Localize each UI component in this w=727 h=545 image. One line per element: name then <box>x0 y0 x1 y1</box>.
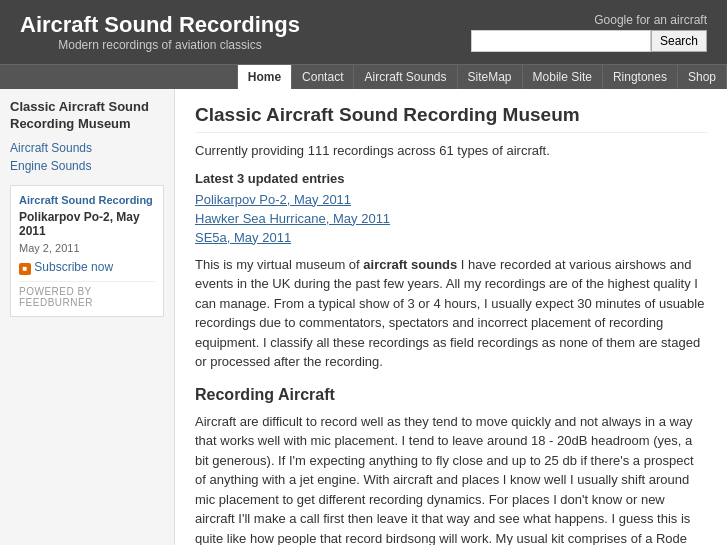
intro-text: Currently providing 111 recordings acros… <box>195 141 707 161</box>
widget-post-title: Polikarpov Po-2, May 2011 <box>19 210 155 238</box>
nav-item-shop[interactable]: Shop <box>678 65 727 89</box>
search-label: Google for an aircraft <box>594 13 707 27</box>
nav-item-aircraft-sounds[interactable]: Aircraft Sounds <box>354 65 457 89</box>
header-branding: Aircraft Sound Recordings Modern recordi… <box>20 12 300 52</box>
site-subtitle: Modern recordings of aviation classics <box>20 38 300 52</box>
page-title: Classic Aircraft Sound Recording Museum <box>195 104 707 133</box>
recording-aircraft-body: Aircraft are difficult to record well as… <box>195 412 707 546</box>
entry-link-2[interactable]: Hawker Sea Hurricane, May 2011 <box>195 211 707 226</box>
latest-heading: Latest 3 updated entries <box>195 171 707 186</box>
header: Aircraft Sound Recordings Modern recordi… <box>0 0 727 64</box>
nav-item-contact[interactable]: Contact <box>292 65 354 89</box>
body-paragraph-1: This is my virtual museum of aircraft so… <box>195 255 707 372</box>
sidebar-widget: Aircraft Sound Recording Polikarpov Po-2… <box>10 185 164 317</box>
site-title: Aircraft Sound Recordings <box>20 12 300 38</box>
widget-title: Aircraft Sound Recording <box>19 194 155 206</box>
widget-date: May 2, 2011 <box>19 242 155 254</box>
sidebar-link-engine-sounds[interactable]: Engine Sounds <box>10 159 164 173</box>
nav-item-mobile-site[interactable]: Mobile Site <box>523 65 603 89</box>
header-search: Google for an aircraft Search <box>471 13 707 52</box>
search-button[interactable]: Search <box>651 30 707 52</box>
sidebar-heading: Classic Aircraft Sound Recording Museum <box>10 99 164 133</box>
content-wrapper: Classic Aircraft Sound Recording Museum … <box>0 89 727 545</box>
navigation: Home Contact Aircraft Sounds SiteMap Mob… <box>0 64 727 89</box>
search-input[interactable] <box>471 30 651 52</box>
entry-link-3[interactable]: SE5a, May 2011 <box>195 230 707 245</box>
sidebar-link-aircraft-sounds[interactable]: Aircraft Sounds <box>10 141 164 155</box>
entry-link-1[interactable]: Polikarpov Po-2, May 2011 <box>195 192 707 207</box>
powered-by: POWERED BY FEEDBURNER <box>19 281 155 308</box>
recording-aircraft-heading: Recording Aircraft <box>195 386 707 404</box>
rss-icon: ■ <box>19 263 31 275</box>
sidebar: Classic Aircraft Sound Recording Museum … <box>0 89 175 545</box>
nav-item-ringtones[interactable]: Ringtones <box>603 65 678 89</box>
nav-item-home[interactable]: Home <box>237 65 292 89</box>
search-form: Search <box>471 30 707 52</box>
main-content: Classic Aircraft Sound Recording Museum … <box>175 89 727 545</box>
subscribe-label: Subscribe now <box>34 260 113 274</box>
nav-item-sitemap[interactable]: SiteMap <box>458 65 523 89</box>
subscribe-link[interactable]: ■ Subscribe now <box>19 260 155 275</box>
